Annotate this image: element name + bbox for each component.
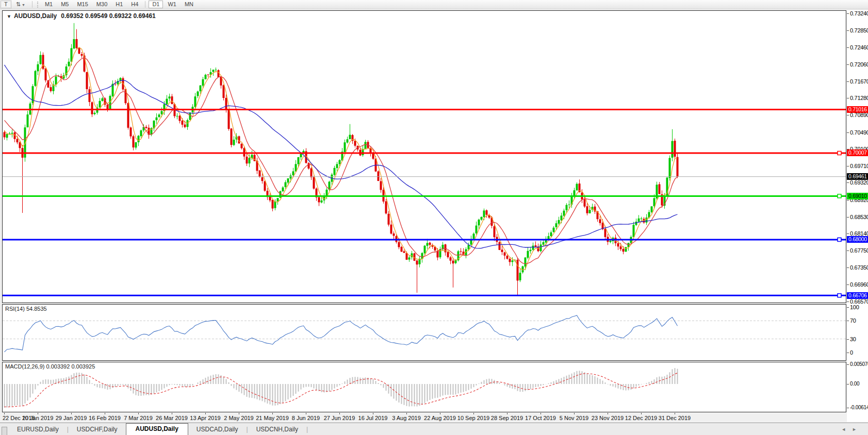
macd-tick-label: -0.006148 [850, 405, 868, 410]
price-tick-mark [847, 166, 849, 166]
time-tick-label: 23 Nov 2019 [592, 415, 624, 421]
text-tool-button[interactable]: T [1, 1, 11, 8]
macd-tick-mark [847, 408, 849, 408]
rsi-tick-mark [847, 353, 849, 353]
price-tick-mark [847, 30, 849, 31]
price-tick-mark [847, 115, 849, 115]
time-tick-mark [205, 413, 206, 414]
time-tick-mark [541, 413, 541, 414]
timeframe-m30-button[interactable]: M30 [93, 1, 111, 8]
time-tick-mark [4, 413, 5, 414]
chart-menu-caret-icon[interactable]: ▼ [7, 14, 11, 19]
price-tick-label: 0.72850 [850, 27, 868, 34]
tab-scroll-arrows[interactable]: ◄► [841, 427, 863, 432]
macd-label: MACD(12,26,9) 0.003392 0.003925 [5, 363, 95, 370]
price-tick-mark [847, 200, 849, 200]
price-badge: 0.70007 [847, 149, 868, 156]
chart-title: ▼AUDUSD,Daily0.69352 0.69549 0.69322 0.6… [7, 12, 156, 20]
chart-ohlc-quote: 0.69352 0.69549 0.69322 0.69461 [61, 12, 156, 20]
price-tick-label: 0.67350 [850, 264, 868, 271]
time-tick-mark [641, 413, 642, 414]
price-tick-label: 0.69710 [850, 163, 868, 169]
rsi-tick-mark [847, 321, 849, 321]
price-badge: 0.69010 [847, 193, 868, 199]
rsi-panel[interactable]: RSI(14) 54.8535 [2, 304, 846, 361]
macd-chart [3, 362, 846, 412]
tab-scroll-left-icon[interactable]: ◄ [841, 427, 852, 432]
rsi-tick-mark [847, 339, 849, 340]
timeframe-m1-button[interactable]: M1 [41, 1, 56, 8]
price-tick-mark [847, 233, 849, 234]
timeframe-h4-button[interactable]: H4 [127, 1, 142, 8]
price-tick-mark [847, 98, 849, 98]
time-tick-mark [608, 413, 608, 414]
time-tick-mark [440, 413, 440, 414]
price-tick-label: 0.72460 [850, 44, 868, 51]
chevron-down-icon: ▼ [22, 3, 25, 7]
tab-usdcad-daily[interactable]: USDCAD,Daily [188, 424, 247, 435]
price-badge: 0.71016 [847, 106, 868, 113]
time-tick-label: 10 Jan 2019 [22, 415, 54, 421]
timeframe-mn-button[interactable]: MN [181, 1, 197, 8]
arrows-tool-icon: ⇅ [16, 1, 21, 7]
price-tick-label: 0.73240 [850, 10, 868, 16]
time-tick-mark [406, 413, 407, 414]
main-chart-panel[interactable]: ▼AUDUSD,Daily0.69352 0.69549 0.69322 0.6… [2, 10, 846, 303]
tab-eurusd-daily[interactable]: EURUSD,Daily [9, 424, 67, 435]
time-tick-label: 27 Jun 2019 [324, 415, 355, 421]
price-tick-mark [847, 267, 849, 268]
time-tick-label: 16 Jul 2019 [358, 415, 388, 421]
time-tick-mark [574, 413, 575, 414]
time-tick-label: 29 Jan 2019 [56, 415, 87, 421]
time-tick-label: 13 Apr 2019 [190, 415, 220, 421]
rsi-tick-mark [847, 307, 849, 308]
time-tick-mark [239, 413, 239, 414]
tabbar-stub [2, 427, 7, 435]
price-tick-label: 0.71280 [850, 95, 868, 101]
time-tick-mark [473, 413, 474, 414]
time-axis[interactable]: 22 Dec 201810 Jan 201929 Jan 201916 Feb … [2, 413, 846, 422]
candlestick-chart[interactable] [3, 11, 846, 303]
time-tick-mark [507, 413, 507, 414]
rsi-chart [3, 305, 846, 360]
time-tick-mark [675, 413, 675, 414]
time-tick-mark [71, 413, 72, 414]
toolbar-grip [37, 2, 39, 8]
time-tick-label: 28 Sep 2019 [491, 415, 523, 421]
time-tick-label: 10 Sep 2019 [457, 415, 489, 421]
tab-scroll-right-icon[interactable]: ► [852, 427, 863, 432]
timeframe-m5-button[interactable]: M5 [57, 1, 72, 8]
timeframe-d1-button[interactable]: D1 [149, 1, 163, 8]
rsi-label: RSI(14) 54.8535 [5, 306, 47, 312]
price-tick-mark [847, 302, 849, 302]
symbol-tabbar: EURUSD,Daily|USDCHF,DailyAUDUSD,DailyUSD… [0, 423, 868, 435]
tab-audusd-daily[interactable]: AUDUSD,Daily [126, 423, 188, 435]
price-tick-mark [847, 132, 849, 133]
price-tick-label: 0.66960 [850, 281, 868, 288]
price-axis[interactable]: 0.732400.728500.724600.720600.716700.712… [847, 10, 868, 422]
time-tick-mark [339, 413, 340, 414]
timeframe-w1-button[interactable]: W1 [164, 1, 180, 8]
tab-usdcnh-daily[interactable]: USDCNH,Daily [248, 424, 306, 435]
time-tick-label: 17 Oct 2019 [525, 415, 556, 421]
time-tick-mark [138, 413, 139, 414]
tabs: EURUSD,Daily|USDCHF,DailyAUDUSD,DailyUSD… [9, 423, 308, 435]
timeframe-h1-button[interactable]: H1 [112, 1, 126, 8]
time-tick-label: 16 Feb 2019 [89, 415, 121, 421]
price-tick-label: 0.69320 [850, 179, 868, 186]
price-badge: 0.68000 [847, 236, 868, 243]
macd-tick-mark [847, 364, 849, 365]
macd-tick-label: 0.00 [850, 381, 859, 387]
time-tick-mark [105, 413, 105, 414]
time-tick-mark [306, 413, 306, 414]
macd-tick-label: 0.005076 [850, 361, 868, 367]
tab-usdchf-daily[interactable]: USDCHF,Daily [69, 424, 126, 435]
timeframe-m15-button[interactable]: M15 [73, 1, 91, 8]
macd-panel[interactable]: MACD(12,26,9) 0.003392 0.003925 [2, 362, 846, 412]
time-tick-label: 3 Aug 2019 [392, 415, 421, 421]
price-tick-mark [847, 250, 849, 251]
time-tick-label: 5 Nov 2019 [560, 415, 588, 421]
price-tick-label: 0.72060 [850, 61, 868, 68]
time-tick-label: 21 May 2019 [256, 415, 289, 421]
arrows-tool-button[interactable]: ⇅▼ [12, 1, 29, 8]
